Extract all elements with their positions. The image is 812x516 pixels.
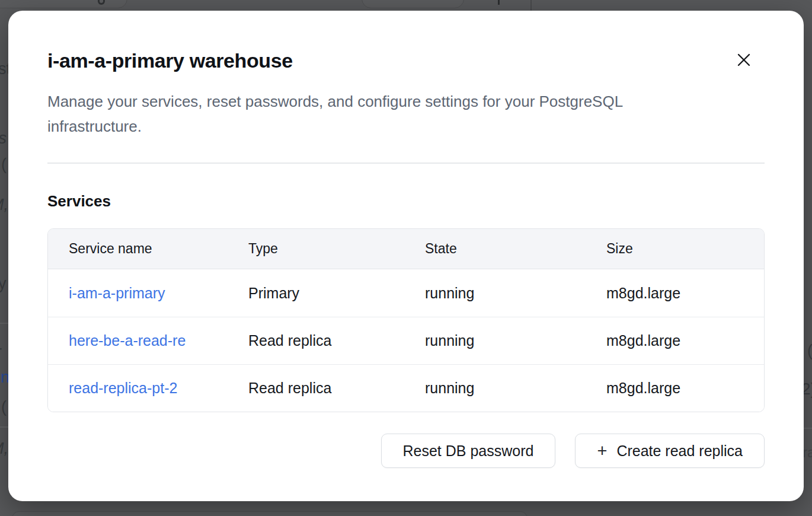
section-divider — [47, 163, 765, 164]
table-row: here-be-a-read-re Read replica running m… — [48, 317, 764, 364]
reset-db-password-button[interactable]: Reset DB password — [381, 434, 556, 468]
plus-icon: + — [597, 442, 607, 460]
backdrop-text-fragment: M, — [0, 196, 8, 214]
column-header-state: State — [404, 241, 586, 257]
column-header-type: Type — [228, 241, 404, 257]
service-name-link[interactable]: read-replica-pt-2 — [69, 380, 177, 397]
service-name-link[interactable]: i-am-a-primary — [69, 285, 165, 302]
dimmed-divider-vertical — [530, 0, 532, 11]
backdrop-text-fragment: M, — [0, 439, 8, 458]
backdrop-text-fragment: r — [0, 343, 2, 361]
close-icon — [736, 52, 752, 69]
service-name-link[interactable]: here-be-a-read-re — [69, 332, 186, 349]
dimmed-panel — [12, 511, 528, 516]
service-state: running — [404, 380, 586, 397]
service-state: running — [404, 332, 586, 349]
dimmed-divider — [0, 426, 8, 428]
backdrop-text-fragment: y — [0, 275, 7, 293]
warehouse-modal: i-am-a-primary warehouse Manage your ser… — [8, 11, 804, 501]
backdrop-text-fragment: ( — [807, 342, 812, 360]
dimmed-divider — [0, 323, 8, 324]
backdrop-text-fragment: ( — [1, 155, 7, 174]
service-size: m8gd.large — [586, 285, 764, 302]
service-type: Read replica — [228, 332, 404, 349]
services-table: Service name Type State Size i-am-a-prim… — [47, 228, 765, 412]
modal-title: i-am-a-primary warehouse — [47, 47, 765, 74]
close-button[interactable] — [732, 49, 756, 72]
backdrop-text-fragment: ks — [0, 129, 7, 148]
dimmed-toolbar-button — [0, 0, 127, 8]
create-read-replica-button[interactable]: + Create read replica — [575, 434, 765, 468]
modal-actions: Reset DB password + Create read replica — [47, 434, 765, 468]
service-size: m8gd.large — [586, 332, 764, 349]
dimmed-divider — [804, 428, 812, 429]
service-size: m8gd.large — [586, 380, 764, 397]
backdrop-text-fragment: ra — [803, 444, 812, 461]
dimmed-toolbar-button — [362, 0, 464, 8]
table-row: i-am-a-primary Primary running m8gd.larg… — [48, 269, 764, 317]
create-read-replica-label: Create read replica — [616, 442, 743, 460]
service-state: running — [404, 285, 586, 302]
dimmed-caret-mark — [498, 0, 500, 5]
column-header-size: Size — [586, 241, 764, 257]
backdrop-text-fragment: ( — [1, 398, 7, 416]
table-row: read-replica-pt-2 Read replica running m… — [48, 364, 764, 412]
modal-description: Manage your services, reset passwords, a… — [47, 89, 714, 139]
services-heading: Services — [47, 192, 765, 211]
service-type: Read replica — [228, 380, 404, 397]
reset-db-password-label: Reset DB password — [403, 442, 534, 460]
table-header-row: Service name Type State Size — [48, 229, 764, 269]
column-header-service-name: Service name — [48, 241, 228, 257]
service-type: Primary — [228, 285, 404, 302]
